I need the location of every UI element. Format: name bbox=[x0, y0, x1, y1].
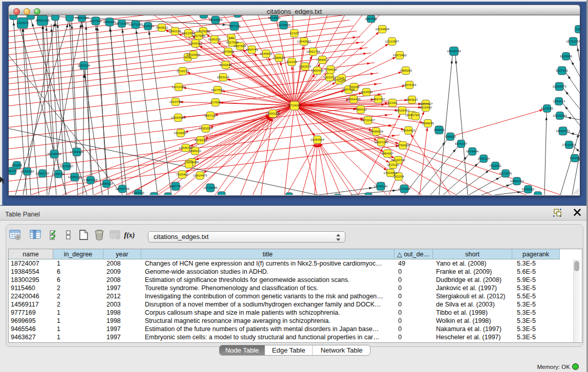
svg-text:3624554: 3624554 bbox=[360, 90, 373, 94]
svg-text:18300295: 18300295 bbox=[266, 112, 280, 115]
svg-text:164095: 164095 bbox=[434, 128, 445, 132]
svg-text:8427552: 8427552 bbox=[211, 88, 224, 92]
svg-text:9242848: 9242848 bbox=[220, 63, 232, 67]
svg-text:1244413: 1244413 bbox=[553, 99, 565, 103]
svg-text:15692971: 15692971 bbox=[556, 129, 570, 133]
svg-text:13226058: 13226058 bbox=[196, 29, 210, 33]
svg-text:10973493: 10973493 bbox=[393, 53, 407, 57]
svg-text:116753: 116753 bbox=[570, 156, 580, 160]
svg-text:1610755: 1610755 bbox=[169, 100, 182, 103]
svg-text:12975115: 12975115 bbox=[402, 83, 417, 86]
svg-text:9463627: 9463627 bbox=[406, 98, 419, 101]
svg-text:2718170: 2718170 bbox=[177, 69, 189, 73]
svg-text:8471676: 8471676 bbox=[499, 171, 512, 175]
svg-text:9327508: 9327508 bbox=[226, 40, 239, 44]
svg-text:8186328: 8186328 bbox=[208, 37, 221, 41]
svg-text:10025433: 10025433 bbox=[395, 108, 409, 112]
svg-text:11325: 11325 bbox=[290, 31, 299, 35]
svg-text:10807487: 10807487 bbox=[371, 97, 385, 101]
svg-text:545: 545 bbox=[339, 76, 345, 80]
svg-text:20364436: 20364436 bbox=[346, 97, 361, 101]
svg-text:22420046: 22420046 bbox=[186, 53, 201, 56]
svg-text:16033809: 16033809 bbox=[208, 18, 223, 21]
svg-text:13640910: 13640910 bbox=[297, 39, 311, 43]
svg-text:7663822: 7663822 bbox=[156, 26, 168, 29]
svg-text:252254: 252254 bbox=[394, 174, 404, 178]
svg-text:8678334: 8678334 bbox=[194, 138, 207, 142]
svg-text:19218506: 19218506 bbox=[276, 23, 291, 27]
svg-text:835061: 835061 bbox=[12, 163, 23, 167]
svg-text:19654923: 19654923 bbox=[401, 128, 416, 132]
svg-text:16914479: 16914479 bbox=[193, 173, 207, 177]
svg-text:7515526: 7515526 bbox=[142, 24, 155, 28]
svg-text:11353594: 11353594 bbox=[199, 126, 213, 130]
svg-text:12505135: 12505135 bbox=[68, 175, 82, 179]
svg-text:6466160: 6466160 bbox=[103, 20, 116, 24]
svg-text:546: 546 bbox=[229, 36, 234, 39]
svg-text:10958107: 10958107 bbox=[99, 182, 114, 185]
svg-text:2803144: 2803144 bbox=[217, 75, 230, 79]
svg-text:9699695: 9699695 bbox=[422, 121, 434, 125]
svg-text:8990448: 8990448 bbox=[311, 69, 324, 72]
svg-text:11156819: 11156819 bbox=[20, 169, 34, 173]
svg-text:12942757: 12942757 bbox=[35, 171, 50, 175]
svg-text:10671355: 10671355 bbox=[128, 23, 143, 26]
svg-text:7986322: 7986322 bbox=[355, 107, 367, 111]
svg-text:9329966: 9329966 bbox=[560, 54, 573, 58]
svg-text:1292344: 1292344 bbox=[132, 191, 145, 194]
svg-text:7632621: 7632621 bbox=[489, 164, 502, 167]
svg-text:62160: 62160 bbox=[388, 101, 397, 104]
svg-text:10653287: 10653287 bbox=[75, 16, 89, 19]
svg-text:19756928: 19756928 bbox=[396, 143, 410, 147]
svg-text:16543362: 16543362 bbox=[188, 41, 203, 45]
svg-text:15720407: 15720407 bbox=[361, 118, 375, 122]
svg-text:8454749: 8454749 bbox=[246, 48, 258, 51]
svg-text:20206516: 20206516 bbox=[47, 152, 61, 156]
svg-text:13524851: 13524851 bbox=[383, 171, 398, 174]
svg-text:16210643: 16210643 bbox=[553, 114, 567, 117]
svg-text:2005334: 2005334 bbox=[78, 63, 91, 67]
svg-text:1362615: 1362615 bbox=[299, 64, 312, 68]
svg-text:14136141: 14136141 bbox=[374, 184, 388, 188]
svg-text:9457791: 9457791 bbox=[169, 184, 182, 188]
svg-text:3875685: 3875685 bbox=[222, 50, 235, 53]
svg-text:19654925: 19654925 bbox=[171, 116, 185, 119]
svg-text:317004: 317004 bbox=[210, 100, 221, 104]
svg-text:1588520: 1588520 bbox=[273, 56, 286, 59]
svg-text:3498222: 3498222 bbox=[189, 149, 202, 152]
svg-text:39114: 39114 bbox=[9, 169, 17, 172]
svg-text:9146821: 9146821 bbox=[260, 52, 273, 55]
svg-text:7485063: 7485063 bbox=[400, 69, 412, 72]
svg-text:1112: 1112 bbox=[576, 27, 580, 31]
svg-text:2935114: 2935114 bbox=[477, 157, 490, 160]
svg-text:19384554: 19384554 bbox=[310, 138, 324, 141]
svg-text:16782759: 16782759 bbox=[115, 187, 129, 190]
svg-text:8960125: 8960125 bbox=[169, 29, 182, 33]
svg-text:9115460: 9115460 bbox=[420, 105, 432, 109]
svg-text:15751074: 15751074 bbox=[566, 39, 580, 43]
svg-text:8215955: 8215955 bbox=[541, 106, 554, 110]
svg-text:10719155: 10719155 bbox=[115, 21, 129, 25]
svg-text:30975857: 30975857 bbox=[59, 164, 74, 168]
svg-text:1405572: 1405572 bbox=[16, 21, 29, 25]
svg-text:9245652: 9245652 bbox=[522, 187, 535, 191]
svg-text:1527602: 1527602 bbox=[90, 19, 102, 23]
svg-text:1615112: 1615112 bbox=[387, 163, 399, 166]
svg-text:1733426: 1733426 bbox=[398, 187, 411, 190]
svg-text:6794028: 6794028 bbox=[324, 68, 337, 71]
svg-text:938923: 938923 bbox=[445, 135, 456, 138]
svg-text:10688609: 10688609 bbox=[369, 129, 383, 133]
svg-text:16495794: 16495794 bbox=[405, 113, 419, 117]
svg-text:832203: 832203 bbox=[287, 60, 297, 63]
svg-text:7955812: 7955812 bbox=[316, 58, 329, 61]
svg-text:12093873: 12093873 bbox=[552, 84, 567, 88]
svg-text:9227342: 9227342 bbox=[556, 69, 569, 72]
svg-text:2087682: 2087682 bbox=[365, 17, 378, 20]
svg-text:18724007: 18724007 bbox=[287, 103, 301, 107]
svg-text:17016504: 17016504 bbox=[562, 143, 576, 146]
svg-text:9884067: 9884067 bbox=[381, 151, 394, 155]
svg-text:12213967: 12213967 bbox=[385, 39, 399, 43]
svg-text:7625402: 7625402 bbox=[176, 172, 189, 176]
svg-text:10120746: 10120746 bbox=[391, 158, 405, 162]
svg-text:17359924: 17359924 bbox=[70, 150, 84, 154]
